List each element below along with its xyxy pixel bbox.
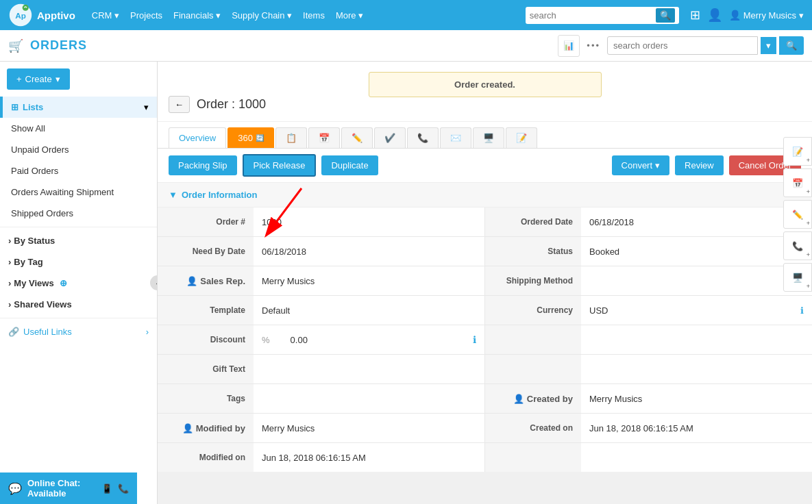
nav-crm[interactable]: CRM ▾ (92, 10, 119, 21)
label-ordered-date: Ordered Date (485, 207, 581, 236)
label-discount: Discount (158, 325, 254, 354)
tab-overview-label: Overview (179, 133, 216, 143)
top-right-icons: ⊞ 👤 👤 Merry Musics ▾ (690, 8, 804, 23)
tab-list[interactable]: 📋 (275, 127, 307, 148)
action-bar: Packing Slip Pick Release Duplicate Conv… (158, 149, 812, 183)
panel-calendar-icon: 📅 (792, 178, 803, 188)
logo[interactable]: Ap Apptivo (8, 3, 75, 27)
right-panel-btn-calendar[interactable]: 📅 + (783, 168, 812, 197)
tab-phone[interactable]: 📞 (407, 127, 439, 148)
sidebar-divider-2 (0, 318, 157, 318)
search-input[interactable] (530, 10, 653, 21)
notifications-icon[interactable]: 👤 (707, 8, 722, 23)
sales-rep-icon: 👤 (186, 276, 197, 286)
tab-calendar[interactable]: 📅 (308, 127, 340, 148)
form-row-discount: Discount % 0.00 ℹ (158, 325, 484, 354)
value-created-on: Jun 18, 2018 06:16:15 AM (581, 414, 812, 442)
right-panel-btn-note[interactable]: 📝 + (783, 137, 812, 166)
form-row-tags: Tags (158, 384, 484, 413)
tab-check[interactable]: ✔️ (374, 127, 406, 148)
tab-note[interactable]: 📝 (506, 127, 537, 148)
panel-screen-plus: + (807, 283, 810, 290)
screen-icon: 🖥️ (483, 133, 494, 143)
form-grid: Order # 1000 Ordered Date 06/18/2018 Nee… (158, 207, 812, 472)
sidebar-item-unpaid-orders[interactable]: Unpaid Orders (0, 139, 157, 160)
tab-overview[interactable]: Overview (169, 127, 226, 148)
packing-slip-button[interactable]: Packing Slip (169, 155, 237, 175)
label-currency: Currency (485, 296, 581, 325)
label-order-num: Order # (158, 207, 254, 236)
pencil-icon: ✏️ (352, 133, 362, 143)
tab-screen[interactable]: 🖥️ (473, 127, 504, 148)
modified-by-icon: 👤 (182, 423, 193, 433)
search-orders-btn[interactable]: 🔍 (779, 36, 804, 55)
useful-links[interactable]: 🔗 Useful Links › (0, 321, 157, 342)
label-empty (485, 325, 581, 354)
value-created-by: Merry Musics (581, 384, 812, 413)
nav-supply-chain[interactable]: Supply Chain ▾ (232, 10, 292, 21)
back-button[interactable]: ← (169, 96, 190, 113)
sidebar-group-my-views[interactable]: › My Views ⊕ (0, 273, 157, 294)
lists-label: ⊞ Lists (11, 102, 43, 112)
tab-360[interactable]: 360 🔄 (227, 127, 274, 148)
panel-note-icon: 📝 (792, 147, 803, 157)
nav-projects[interactable]: Projects (130, 10, 162, 21)
add-view-icon[interactable]: ⊕ (60, 278, 67, 288)
global-search[interactable]: 🔍 (526, 7, 679, 24)
currency-info-icon[interactable]: ℹ (800, 305, 804, 316)
tab-edit[interactable]: ✏️ (341, 127, 373, 148)
user-menu[interactable]: 👤 Merry Musics ▾ (729, 10, 804, 21)
sidebar-item-shipped-orders[interactable]: Shipped Orders (0, 203, 157, 224)
create-button[interactable]: + Create ▾ (7, 68, 70, 90)
chat-phone-icon[interactable]: 📞 (118, 483, 129, 494)
svg-text:Ap: Ap (15, 11, 26, 20)
section-header[interactable]: ▼ Order Information (158, 183, 812, 207)
chart-icon[interactable]: 📊 (558, 35, 580, 57)
form-row-created-on: Created on Jun 18, 2018 06:16:15 AM (485, 414, 812, 442)
right-panel-btn-screen[interactable]: 🖥️ + (783, 263, 812, 292)
value-modified-by: Merry Musics (254, 414, 484, 442)
search-button[interactable]: 🔍 (656, 8, 675, 23)
discount-info-icon[interactable]: ℹ (473, 334, 476, 345)
form-row-modified-by: 👤 Modified by Merry Musics (158, 414, 484, 442)
label-empty3 (485, 443, 581, 472)
label-template: Template (158, 296, 254, 325)
chevron-right-icon: › (8, 236, 11, 246)
more-options[interactable]: ••• (587, 40, 600, 51)
value-shipping-method (581, 266, 812, 295)
sidebar-group-shared-views[interactable]: › Shared Views (0, 294, 157, 315)
form-row-status: Status Booked (485, 237, 812, 266)
value-currency: USD ℹ (581, 296, 812, 325)
lists-section[interactable]: ⊞ Lists ▾ (0, 97, 157, 118)
panel-calendar-plus: + (807, 188, 810, 195)
lists-grid-icon: ⊞ (11, 102, 19, 112)
tab-email[interactable]: ✉️ (440, 127, 471, 148)
sidebar-item-orders-awaiting-shipment[interactable]: Orders Awaiting Shipment (0, 181, 157, 203)
apps-icon[interactable]: ⊞ (690, 8, 700, 23)
nav-financials[interactable]: Financials ▾ (173, 10, 221, 21)
nav-more[interactable]: More ▾ (336, 10, 363, 21)
pick-release-button[interactable]: Pick Release (243, 154, 317, 177)
sidebar-group-by-status[interactable]: › By Status (0, 230, 157, 251)
form-row-need-by: Need By Date 06/18/2018 (158, 237, 484, 266)
nav-items[interactable]: Items (303, 10, 325, 21)
right-panel-btn-edit[interactable]: ✏️ + (783, 200, 812, 229)
order-title: Order : 1000 (197, 97, 266, 112)
convert-button[interactable]: Convert ▾ (612, 155, 670, 175)
sidebar-group-by-tag[interactable]: › By Tag (0, 251, 157, 273)
right-panel-btn-phone[interactable]: 📞 + (783, 231, 812, 260)
search-orders-input[interactable] (607, 36, 758, 55)
chat-message-icon[interactable]: 📱 (101, 483, 112, 494)
duplicate-button[interactable]: Duplicate (321, 155, 378, 175)
top-navigation: Ap Apptivo CRM ▾ Projects Financials ▾ S… (0, 0, 812, 30)
panel-phone-plus: + (807, 251, 810, 258)
form-row-currency: Currency USD ℹ (485, 296, 812, 325)
form-row-order-num: Order # 1000 (158, 207, 484, 236)
link-icon: 🔗 (8, 327, 19, 337)
form-row-ordered-date: Ordered Date 06/18/2018 (485, 207, 812, 236)
search-orders-dropdown-btn[interactable]: ▾ (761, 37, 776, 54)
discount-amount: 0.00 (291, 335, 308, 345)
review-button[interactable]: Review (675, 155, 724, 175)
sidebar-item-paid-orders[interactable]: Paid Orders (0, 160, 157, 181)
sidebar-item-show-all[interactable]: Show All (0, 118, 157, 139)
